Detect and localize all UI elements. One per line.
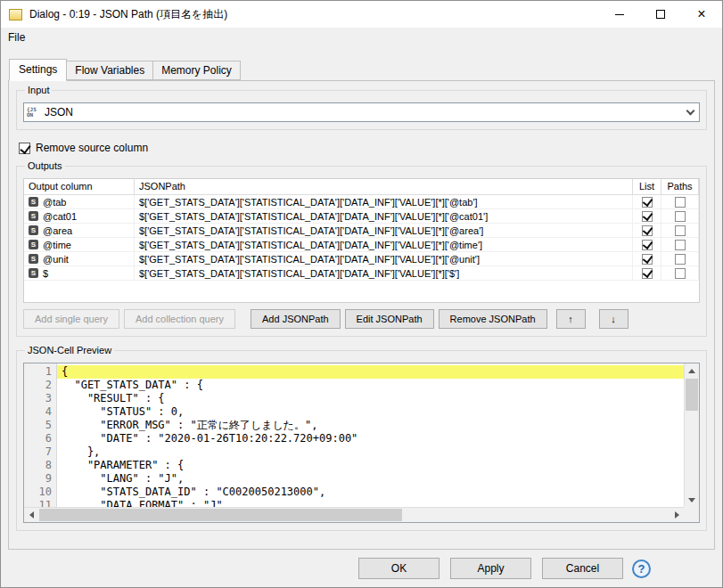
list-cell[interactable] — [633, 238, 661, 251]
table-row[interactable]: S@cat01$['GET_STATS_DATA']['STATISTICAL_… — [24, 209, 699, 224]
list-cell[interactable] — [633, 252, 661, 265]
settings-panel: Input {JSON JSON Remove source column Ou… — [8, 80, 715, 550]
add-single-query-button[interactable]: Add single query — [23, 309, 119, 329]
json-type-icon: {JSON — [27, 106, 41, 119]
outputs-table: Output column JSONPath List Paths S@tab$… — [23, 178, 700, 303]
minimize-button[interactable] — [599, 1, 640, 28]
help-button[interactable]: ? — [632, 559, 651, 578]
remove-source-row: Remove source column — [19, 142, 707, 154]
vertical-scrollbar[interactable] — [684, 363, 699, 507]
input-group: Input {JSON JSON — [16, 90, 707, 130]
remove-source-checkbox[interactable] — [19, 143, 30, 154]
table-row[interactable]: S@time$['GET_STATS_DATA']['STATISTICAL_D… — [24, 238, 699, 252]
move-up-button[interactable]: ↑ — [556, 309, 586, 329]
outputs-group: Outputs Output column JSONPath List Path… — [16, 166, 707, 337]
footer-button-bar: OK Apply Cancel ? — [1, 550, 722, 587]
outputs-table-header: Output column JSONPath List Paths — [24, 179, 699, 195]
paths-cell[interactable] — [661, 195, 699, 208]
line-number: 10 — [24, 486, 52, 499]
scroll-right-arrow[interactable] — [670, 508, 684, 522]
horizontal-scrollbar[interactable] — [24, 507, 684, 522]
list-cell[interactable] — [633, 209, 661, 223]
paths-checkbox[interactable] — [675, 268, 686, 279]
add-collection-query-button[interactable]: Add collection query — [124, 309, 235, 329]
horizontal-scroll-thumb[interactable] — [39, 509, 402, 521]
table-row[interactable]: S$$['GET_STATS_DATA']['STATISTICAL_DATA'… — [24, 266, 699, 281]
code-line: "GET_STATS_DATA" : { — [57, 379, 684, 392]
menu-file[interactable]: File — [2, 29, 31, 46]
apply-button[interactable]: Apply — [450, 558, 531, 579]
table-row[interactable]: S@area$['GET_STATS_DATA']['STATISTICAL_D… — [24, 224, 699, 238]
code-line: "STATS_DATA_ID" : "C0020050213000", — [57, 486, 684, 499]
table-row[interactable]: S@unit$['GET_STATS_DATA']['STATISTICAL_D… — [24, 252, 699, 266]
paths-cell[interactable] — [661, 252, 699, 265]
string-type-icon: S — [29, 197, 38, 207]
list-checkbox[interactable] — [642, 211, 653, 222]
output-column-cell[interactable]: S@tab — [24, 195, 135, 208]
paths-cell[interactable] — [661, 209, 699, 223]
list-checkbox[interactable] — [642, 240, 653, 250]
output-column-name: @time — [43, 240, 71, 250]
tab-settings[interactable]: Settings — [9, 59, 67, 81]
code-line: "LANG" : "J", — [57, 472, 684, 486]
paths-checkbox[interactable] — [675, 197, 686, 208]
list-cell[interactable] — [633, 195, 661, 208]
scroll-left-arrow[interactable] — [24, 508, 38, 522]
remove-jsonpath-button[interactable]: Remove JSONPath — [439, 309, 547, 329]
input-combobox[interactable]: {JSON JSON — [23, 102, 700, 122]
list-checkbox[interactable] — [642, 197, 653, 208]
vertical-scroll-thumb[interactable] — [686, 379, 698, 411]
list-cell[interactable] — [633, 224, 661, 237]
output-column-cell[interactable]: S@area — [24, 224, 135, 237]
output-column-name: @cat01 — [43, 211, 77, 222]
close-button[interactable]: × — [681, 1, 722, 28]
output-column-cell[interactable]: S$ — [24, 266, 135, 280]
string-type-icon: S — [29, 240, 38, 249]
triangle-right-icon — [675, 511, 679, 519]
paths-checkbox[interactable] — [675, 225, 686, 236]
triangle-up-icon — [688, 369, 695, 373]
remove-source-label: Remove source column — [36, 142, 148, 154]
table-row[interactable]: S@tab$['GET_STATS_DATA']['STATISTICAL_DA… — [24, 195, 699, 209]
list-checkbox[interactable] — [642, 268, 653, 279]
output-column-cell[interactable]: S@cat01 — [24, 209, 135, 223]
code-line: "ERROR_MSG" : "正常に終了しました。", — [57, 419, 684, 432]
tab-memory-policy[interactable]: Memory Policy — [153, 61, 241, 80]
tab-flow-variables[interactable]: Flow Variables — [67, 61, 153, 80]
list-checkbox[interactable] — [642, 225, 653, 236]
paths-checkbox[interactable] — [675, 240, 686, 250]
maximize-button[interactable] — [640, 1, 681, 28]
output-column-cell[interactable]: S@unit — [24, 252, 135, 265]
edit-jsonpath-button[interactable]: Edit JSONPath — [345, 309, 434, 329]
jsonpath-cell[interactable]: $['GET_STATS_DATA']['STATISTICAL_DATA'][… — [135, 224, 633, 237]
jsonpath-cell[interactable]: $['GET_STATS_DATA']['STATISTICAL_DATA'][… — [135, 238, 633, 251]
add-jsonpath-button[interactable]: Add JSONPath — [251, 309, 341, 329]
jsonpath-cell[interactable]: $['GET_STATS_DATA']['STATISTICAL_DATA'][… — [135, 252, 633, 265]
cancel-button[interactable]: Cancel — [542, 558, 623, 579]
move-down-button[interactable]: ↓ — [599, 309, 629, 329]
line-number: 9 — [24, 472, 52, 486]
paths-cell[interactable] — [661, 266, 699, 280]
list-cell[interactable] — [633, 266, 661, 280]
jsonpath-cell[interactable]: $['GET_STATS_DATA']['STATISTICAL_DATA'][… — [135, 195, 633, 208]
scroll-down-arrow[interactable] — [685, 493, 699, 507]
preview-editor[interactable]: 1234567891011 { "GET_STATS_DATA" : { "RE… — [23, 363, 700, 523]
paths-cell[interactable] — [661, 238, 699, 251]
jsonpath-cell[interactable]: $['GET_STATS_DATA']['STATISTICAL_DATA'][… — [135, 209, 633, 223]
line-number: 2 — [24, 379, 52, 392]
preview-gutter: 1234567891011 — [24, 363, 57, 522]
output-column-cell[interactable]: S@time — [24, 238, 135, 251]
scroll-up-arrow[interactable] — [685, 363, 699, 378]
paths-checkbox[interactable] — [675, 211, 686, 222]
code-line: "STATUS" : 0, — [57, 405, 684, 419]
triangle-down-icon — [688, 498, 695, 502]
paths-checkbox[interactable] — [675, 254, 686, 265]
ok-button[interactable]: OK — [358, 558, 440, 579]
triangle-left-icon — [29, 511, 34, 519]
line-number: 3 — [24, 392, 52, 405]
list-checkbox[interactable] — [642, 254, 653, 265]
window-title: Dialog - 0:19 - JSON Path (項目名を抽出) — [29, 7, 227, 22]
jsonpath-cell[interactable]: $['GET_STATS_DATA']['STATISTICAL_DATA'][… — [135, 266, 633, 280]
paths-cell[interactable] — [661, 224, 699, 237]
code-line: "RESULT" : { — [57, 392, 684, 405]
